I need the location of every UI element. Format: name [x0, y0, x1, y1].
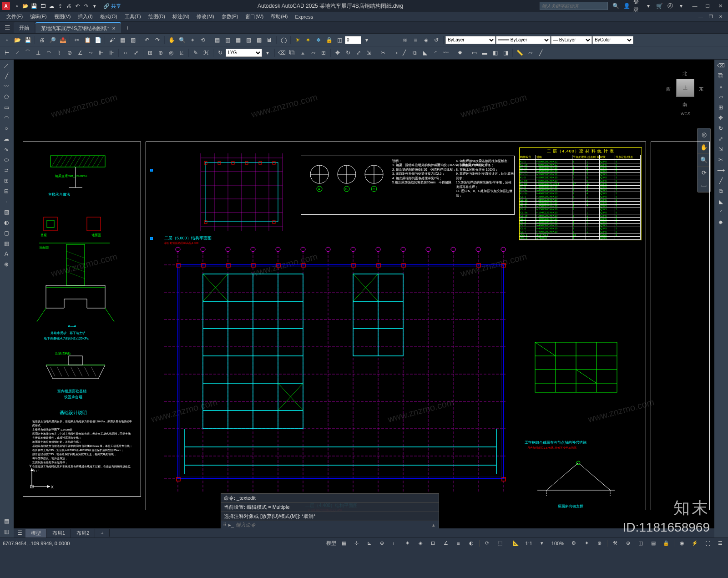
- redo-icon[interactable]: ↷: [82, 2, 90, 10]
- hardware-accel-icon[interactable]: ⚡: [690, 539, 700, 548]
- dim-tedit-icon[interactable]: ℋ: [201, 48, 211, 58]
- lineweight-combo[interactable]: — ByLayer: [551, 36, 592, 44]
- cut-icon[interactable]: ✂: [72, 35, 82, 45]
- close-button[interactable]: ✕: [714, 2, 726, 10]
- jogged-linear-icon[interactable]: ⟀: [177, 48, 187, 58]
- cmd-recent-icon[interactable]: ▴: [430, 522, 437, 528]
- minimize-button[interactable]: —: [689, 2, 701, 10]
- area-icon[interactable]: ▱: [525, 48, 535, 58]
- offset2-icon[interactable]: ▱: [715, 92, 726, 102]
- viewcube-east[interactable]: 东: [699, 86, 703, 92]
- dim-radius-icon[interactable]: ◠: [44, 48, 54, 58]
- search-icon[interactable]: 🔍: [612, 2, 620, 10]
- region-icon[interactable]: ▢: [1, 228, 12, 238]
- pan-icon[interactable]: ✋: [167, 35, 177, 45]
- measure-icon[interactable]: 📏: [515, 48, 525, 58]
- annotation-monitor-icon[interactable]: ⊕: [623, 539, 633, 548]
- layer-input[interactable]: [345, 36, 361, 44]
- menu-parametric[interactable]: 参数(P): [218, 12, 242, 21]
- menu-format[interactable]: 格式(O): [96, 12, 121, 21]
- gradient-icon[interactable]: ◐: [1, 218, 12, 228]
- trim-icon[interactable]: ✂: [378, 48, 388, 58]
- otrack-icon[interactable]: ∠: [441, 539, 451, 548]
- plot-icon[interactable]: 🖨: [65, 2, 73, 10]
- doc-close-button[interactable]: ✕: [716, 13, 725, 20]
- dimstyle-combo[interactable]: LYG: [226, 49, 262, 57]
- undo2-icon[interactable]: ↶: [142, 35, 152, 45]
- doc-restore-button[interactable]: ❐: [706, 13, 715, 20]
- qcalc-icon[interactable]: 🖩: [264, 35, 274, 45]
- zoom-pct[interactable]: 100%: [550, 539, 566, 548]
- extend2-icon[interactable]: ⟶: [715, 165, 726, 175]
- circle-icon[interactable]: ○: [1, 123, 12, 133]
- layer-iso-icon[interactable]: ◈: [421, 35, 431, 45]
- annotation-autoscale-icon[interactable]: ⊛: [594, 539, 604, 548]
- snap-icon[interactable]: ⊹: [352, 539, 362, 548]
- grid-icon[interactable]: ▦: [339, 539, 349, 548]
- login-button[interactable]: 登录: [633, 2, 642, 10]
- layer-prev-icon[interactable]: ↺: [431, 35, 441, 45]
- table-icon[interactable]: ▦: [1, 238, 12, 248]
- inspect-icon[interactable]: ◎: [166, 48, 176, 58]
- save-doc-icon[interactable]: 💾: [23, 35, 33, 45]
- cart-icon[interactable]: 🛒: [655, 2, 663, 10]
- explode2-icon[interactable]: ✸: [715, 218, 726, 228]
- zoom-prev-icon[interactable]: ⟲: [198, 35, 208, 45]
- tab-layout2[interactable]: 布局2: [71, 529, 95, 537]
- menu-express[interactable]: Express: [291, 13, 317, 20]
- linetype-combo[interactable]: ━━━━ ByLayer: [496, 36, 551, 44]
- array-icon[interactable]: ⊞: [318, 48, 329, 58]
- tab-add-layout[interactable]: +: [95, 529, 109, 537]
- trim2-icon[interactable]: ✂: [715, 155, 726, 165]
- viewcube-west[interactable]: 西: [666, 86, 671, 92]
- break-icon[interactable]: ╱: [399, 48, 409, 58]
- extend-icon[interactable]: ⟶: [389, 48, 399, 58]
- menu-modify[interactable]: 修改(M): [193, 12, 218, 21]
- publish-icon[interactable]: 📤: [58, 35, 68, 45]
- mirror-icon[interactable]: ⟁: [298, 48, 308, 58]
- addselect-icon[interactable]: ⊕: [1, 259, 12, 269]
- viewcube[interactable]: 上 北 南 西 东 WCS: [664, 69, 705, 110]
- undo-icon[interactable]: ↶: [73, 2, 81, 10]
- plotstyle-combo[interactable]: ByColor: [592, 36, 633, 44]
- copy2-icon[interactable]: ⿻: [287, 48, 297, 58]
- group1-icon[interactable]: ▭: [469, 48, 479, 58]
- dim-edit-icon[interactable]: ✎: [191, 48, 201, 58]
- web-save-icon[interactable]: ⇪: [56, 2, 64, 10]
- workspace-icon[interactable]: ⚒: [610, 539, 620, 548]
- dimstyle-dd-icon[interactable]: ▾: [263, 48, 273, 58]
- saveas-icon[interactable]: 🗔: [39, 2, 47, 10]
- zoom-icon[interactable]: 🔍: [177, 35, 187, 45]
- color-combo[interactable]: ByLayer: [445, 36, 495, 44]
- new-doc-icon[interactable]: ▫: [2, 35, 12, 45]
- layer-state-icon[interactable]: ≡: [410, 35, 420, 45]
- help-search-input[interactable]: [540, 2, 608, 10]
- new-icon[interactable]: ▫: [13, 2, 21, 10]
- polar-icon[interactable]: ✶: [403, 539, 413, 548]
- stretch2-icon[interactable]: ⇲: [715, 144, 726, 154]
- move2-icon[interactable]: ✥: [715, 113, 726, 123]
- clean-screen-icon[interactable]: ⛶: [703, 539, 713, 548]
- chamfer2-icon[interactable]: ◣: [715, 197, 726, 207]
- dim-quick-icon[interactable]: ⥊: [86, 48, 96, 58]
- cycle-icon[interactable]: ⟳: [482, 539, 492, 548]
- blend-icon[interactable]: 〰: [441, 48, 451, 58]
- dim-diameter-icon[interactable]: ⊘: [65, 48, 75, 58]
- erase2-icon[interactable]: ⌫: [715, 61, 726, 71]
- ucs-icon[interactable]: X Y: [27, 464, 55, 492]
- menu-help[interactable]: 帮助(H): [267, 12, 291, 21]
- hatch-icon[interactable]: ▨: [1, 207, 12, 217]
- grip[interactable]: [150, 237, 153, 240]
- rotate2-icon[interactable]: ↻: [715, 123, 726, 133]
- chamfer-icon[interactable]: ◣: [420, 48, 430, 58]
- preview-icon[interactable]: 🔎: [47, 35, 57, 45]
- annotation-visibility-icon[interactable]: ✦: [581, 539, 592, 548]
- line-icon[interactable]: ／: [1, 61, 12, 71]
- array2-icon[interactable]: ⊞: [715, 102, 726, 112]
- sun-icon[interactable]: ☀: [293, 35, 303, 45]
- app-logo[interactable]: A: [2, 2, 10, 10]
- menu-edit[interactable]: 编辑(E): [26, 12, 51, 21]
- offset-icon[interactable]: ▱: [308, 48, 318, 58]
- dim-space-icon[interactable]: ↔: [121, 48, 131, 58]
- save-icon[interactable]: 💾: [30, 2, 38, 10]
